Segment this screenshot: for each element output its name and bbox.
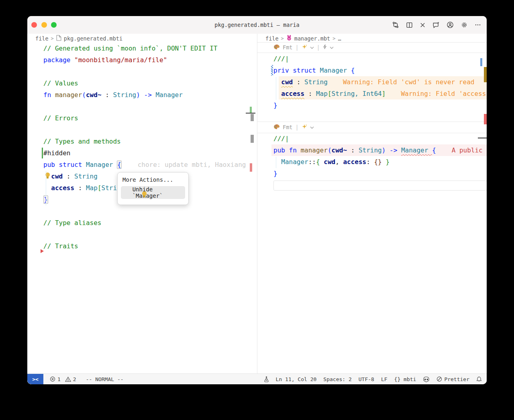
code-token: access — [343, 158, 366, 166]
account-icon[interactable] — [447, 21, 454, 28]
code-token: "moonbitlang/maria/file" — [74, 56, 167, 64]
indentation[interactable]: Spaces: 2 — [323, 376, 351, 382]
scrollbar-thumb[interactable] — [480, 58, 482, 66]
breadcrumb-root[interactable]: file — [265, 35, 279, 42]
code-token: : — [293, 78, 304, 86]
code-token: // Traits — [43, 242, 78, 250]
code-token: chore: update mbti, Haoxiang — [122, 161, 246, 168]
chevron-down-icon[interactable] — [310, 124, 314, 130]
code-token: { — [316, 158, 320, 166]
language-mode[interactable]: {} mbti — [394, 376, 416, 382]
code-token: cwd — [51, 172, 63, 180]
code-token: Manager — [86, 161, 117, 168]
code-editor-right-block-a[interactable]: ///|priv struct Manager { cwd : StringWa… — [257, 53, 487, 123]
code-line: // Generated using `moon info`, DON'T ED… — [27, 43, 257, 54]
code-token: , — [335, 158, 343, 166]
formatter-label: Prettier — [444, 376, 469, 382]
split-editor-icon[interactable] — [406, 22, 413, 28]
warning-icon — [65, 377, 71, 382]
code-token: Manager — [281, 158, 308, 166]
code-token: ///| — [273, 135, 289, 142]
code-line: // Errors — [27, 112, 257, 124]
file-icon — [56, 35, 61, 42]
breadcrumb-file[interactable]: manager.mbt — [294, 35, 330, 42]
flask-icon[interactable] — [264, 376, 269, 382]
code-token: Map — [316, 90, 328, 97]
code-token: Map — [86, 184, 98, 192]
code-token: fn — [43, 91, 55, 99]
code-line — [27, 101, 257, 112]
codelens-fmt-link[interactable]: Fmt — [283, 44, 292, 51]
eol-sequence[interactable]: LF — [381, 376, 388, 382]
code-token: : — [102, 91, 113, 99]
editor-pane-left: file > pkg.generated.mbti // Generated u… — [27, 34, 257, 374]
problems-indicator[interactable]: 1 2 — [50, 376, 76, 382]
encoding[interactable]: UTF-8 — [359, 376, 374, 382]
code-token: String — [359, 146, 382, 154]
lightning-icon[interactable] — [323, 44, 327, 51]
chevron-right-icon: > — [332, 36, 335, 41]
code-line — [27, 205, 257, 217]
code-line — [27, 229, 257, 240]
remote-indicator[interactable]: >< — [27, 374, 43, 384]
code-line: pub struct Manager {chore: update mbti, … — [27, 159, 257, 170]
sparkle-icon[interactable] — [302, 44, 307, 51]
notifications-bell-icon[interactable] — [476, 376, 482, 382]
scrollbar-thumb[interactable] — [251, 114, 254, 121]
warning-count: 2 — [73, 376, 76, 382]
scrollbar-thumb[interactable] — [251, 135, 254, 143]
breadcrumb-file[interactable]: pkg.generated.mbti — [64, 35, 122, 42]
sparkle-icon[interactable] — [302, 124, 307, 131]
error-icon — [50, 376, 55, 382]
code-token — [273, 90, 281, 97]
code-token: : — [366, 158, 374, 166]
codelens-row: Fmt | | — [273, 42, 334, 53]
palette-icon — [273, 44, 280, 51]
code-token: Manager — [155, 91, 182, 99]
code-token: #hidden — [43, 149, 70, 157]
code-token — [320, 158, 324, 166]
settings-gear-icon[interactable] — [461, 21, 468, 28]
code-line: // Types and methods — [27, 136, 257, 147]
code-line: // Type aliases — [27, 217, 257, 229]
copilot-icon[interactable] — [423, 376, 430, 382]
code-token: // Types and methods — [43, 138, 121, 145]
more-actions-icon[interactable] — [475, 22, 481, 28]
breadcrumb-root[interactable]: file — [35, 35, 49, 42]
code-token: } — [273, 170, 277, 177]
chevron-down-icon[interactable] — [330, 44, 334, 51]
close-icon[interactable] — [420, 22, 426, 28]
code-line: } — [257, 168, 487, 179]
code-token: Manager — [401, 146, 432, 154]
copilot-chat-icon[interactable] — [432, 21, 440, 28]
code-token: access — [281, 90, 304, 97]
vim-mode-indicator: -- NORMAL -- — [86, 376, 124, 382]
popup-item-unhide[interactable]: Unhide `Manager` — [121, 186, 185, 199]
code-token: manager — [300, 146, 327, 154]
breadcrumb-more[interactable]: … — [338, 35, 341, 42]
inline-widget-box[interactable] — [273, 181, 487, 191]
code-token: { — [432, 146, 436, 154]
code-token: } — [273, 101, 277, 109]
code-line — [27, 66, 257, 77]
code-line — [27, 124, 257, 136]
code-token: // Generated using `moon info`, DON'T ED… — [43, 45, 217, 52]
code-token: : — [347, 146, 359, 154]
code-editor-left[interactable]: // Generated using `moon info`, DON'T ED… — [27, 43, 257, 252]
breadcrumb[interactable]: file > manager.mbt > … — [265, 34, 341, 43]
chevron-down-icon[interactable] — [310, 44, 314, 51]
indent-guide — [46, 171, 46, 205]
code-token: ///| — [273, 55, 289, 63]
formatter-indicator[interactable]: Prettier — [436, 376, 469, 382]
chevron-right-icon: > — [281, 36, 284, 41]
code-editor-right-block-b[interactable]: ///|pub fn manager(cwd~ : String) -> Man… — [257, 133, 487, 179]
codelens-fmt-link[interactable]: Fmt — [283, 124, 292, 130]
overview-cursor-mark — [246, 113, 255, 114]
code-line: ///| — [257, 53, 487, 65]
title-bar: pkg.generated.mbti — maria — [27, 16, 487, 34]
cursor-position[interactable]: Ln 11, Col 20 — [276, 376, 317, 382]
breadcrumb[interactable]: file > pkg.generated.mbti — [35, 34, 122, 43]
source-control-sync-icon[interactable] — [392, 21, 399, 28]
code-token: priv struct — [273, 67, 320, 74]
error-count: 1 — [57, 376, 61, 382]
